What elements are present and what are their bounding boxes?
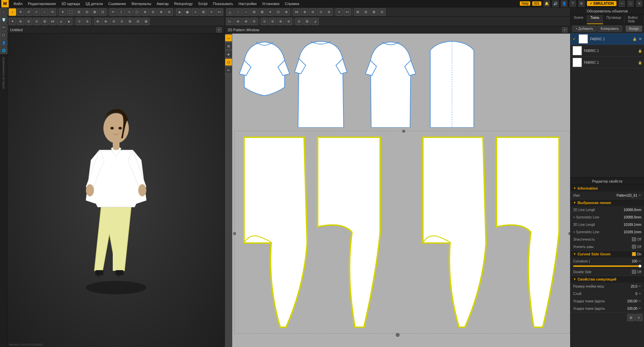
tool-rotate3d[interactable]: ↺ (25, 8, 32, 16)
tool-r15[interactable]: ⊞ (126, 18, 134, 25)
tool-11[interactable]: ⊠ (91, 8, 98, 16)
tool-7[interactable]: ✦ (59, 8, 66, 16)
curved-checkbox[interactable] (632, 252, 636, 256)
tool-2d-r10[interactable]: ⊞ (303, 18, 311, 25)
tool-r10[interactable]: ⊚ (84, 18, 91, 25)
tool-r9[interactable]: ⊙ (76, 18, 83, 25)
tool-16[interactable]: ⬡ (134, 8, 141, 16)
tool-r1[interactable]: ✦ (9, 18, 16, 25)
tool-2d-13[interactable]: ⊚ (325, 8, 333, 16)
sidebar-tool-6[interactable]: 🌐 (0, 47, 7, 54)
props-section-curved-header[interactable]: ▼ Curved Side Geom On (571, 251, 644, 257)
simulation-button[interactable]: ✓ SIMULATION (587, 1, 616, 6)
tool-2d-4[interactable]: ⊞ (250, 8, 258, 16)
props-section-information-header[interactable]: ▼ Information (571, 185, 644, 192)
view-3d-expand[interactable]: ⤢ (216, 27, 222, 33)
tool-r14[interactable]: ⊝ (118, 18, 126, 25)
menu-edit[interactable]: Редактирование (25, 0, 59, 7)
tool-2d-panel-1[interactable]: ↔ (225, 34, 232, 42)
tool-12[interactable]: ⊡ (99, 8, 106, 16)
reinforce-toggle[interactable]: Off (632, 245, 641, 249)
tool-2d-12[interactable]: ⊙ (317, 8, 325, 16)
menu-show[interactable]: Показывать (210, 0, 236, 7)
view-2d-expand[interactable]: ⤢ (562, 27, 567, 33)
pattern-piece-back2[interactable] (427, 40, 477, 128)
pattern-piece-pant-lb[interactable] (313, 135, 385, 330)
tool-2d-r2[interactable]: ⊕ (234, 18, 242, 25)
tool-r17[interactable]: ⊠ (142, 18, 150, 25)
view-list-icon[interactable]: ≡ (635, 314, 643, 321)
tool-2d-15[interactable]: ⊷ (344, 8, 351, 16)
elasticity-toggle[interactable]: Off (632, 237, 641, 241)
layer-edit[interactable]: ✏ (639, 292, 641, 295)
tool-2d-14[interactable]: ≡ (336, 8, 343, 16)
pattern-piece-pant-lf[interactable] (238, 135, 310, 330)
tool-2d-r5[interactable]: ⊙ (261, 18, 268, 25)
tool-2d-8[interactable]: ⊕ (283, 8, 290, 16)
tool-2d-r6[interactable]: ⊚ (269, 18, 276, 25)
menu-materials[interactable]: Материалы (129, 0, 154, 7)
pattern-piece-back-top[interactable] (294, 40, 348, 128)
props-section-simulation-header[interactable]: ▼ Свойства симуляций (571, 276, 644, 283)
tool-2d-9[interactable]: ⋈ (293, 8, 300, 16)
tool-r8[interactable]: ∎ (65, 18, 72, 25)
shrinkage-1-edit[interactable]: ✏ (639, 299, 641, 303)
menu-retopology[interactable]: Retopology (171, 0, 196, 7)
tool-2d-r7[interactable]: ⊛ (277, 18, 284, 25)
sound-icon[interactable]: 🔊 (552, 0, 559, 7)
fabric-item-2[interactable]: FABRIC 1 🔒 (571, 57, 644, 68)
tool-2d-3[interactable]: ↔ (242, 8, 250, 16)
menu-sewing[interactable]: Сшивание (106, 0, 129, 7)
shrinkage-2-edit[interactable]: ✏ (639, 307, 641, 310)
tool-13[interactable]: ✏ (109, 8, 117, 16)
tool-r6[interactable]: ⋈ (49, 18, 56, 25)
curved-toggle[interactable]: On (632, 252, 641, 256)
tool-5[interactable]: ↔ (41, 8, 48, 16)
tool-2d-5[interactable]: ⊠ (258, 8, 266, 16)
tool-select[interactable]: ↓ (9, 8, 16, 16)
notification-icon[interactable]: 🔔 (543, 0, 550, 7)
menu-2d-details[interactable]: 2Д детали (83, 0, 105, 7)
sidebar-tool-4[interactable]: ⬡ (0, 31, 7, 39)
pattern-piece-pant-rf[interactable] (417, 135, 489, 330)
tool-2d-2[interactable]: ↕ (234, 8, 242, 16)
tool-r5[interactable]: ⊞ (41, 18, 48, 25)
props-section-selected-line-header[interactable]: ▼ Выбранная линия (571, 199, 644, 206)
tool-2d-panel-3[interactable]: ◈ (225, 50, 232, 58)
tool-20[interactable]: ⊘ (165, 8, 173, 16)
tool-r11[interactable]: ⊕ (94, 18, 101, 25)
tool-15[interactable]: ∿ (126, 8, 133, 16)
tool-21[interactable]: ◈ (176, 8, 183, 16)
view-3d-content[interactable]: Version: 6.0.479 (r32956) (7, 34, 225, 347)
sidebar-tool-2[interactable]: 👕 (0, 16, 7, 23)
curvature-edit[interactable]: ✏ (639, 259, 641, 263)
app-logo[interactable]: M (1, 0, 9, 7)
fabric-item-1[interactable]: FABRIC 1 🔒 (571, 45, 644, 57)
tool-2d-r11[interactable]: ⊿ (311, 18, 319, 25)
tab-scene[interactable]: Scene (571, 15, 587, 24)
tool-2d-r1[interactable]: ▷ (226, 18, 234, 25)
view-grid-icon[interactable]: ⊞ (627, 314, 635, 321)
tab-fabric[interactable]: Ткань (587, 15, 603, 24)
tool-24[interactable]: ⊞ (200, 8, 207, 16)
tool-2d-10[interactable]: ⊗ (301, 8, 308, 16)
tool-r4[interactable]: ⊝ (33, 18, 40, 25)
menu-help[interactable]: Справка (282, 0, 302, 7)
copy-fabric-button[interactable]: Копировать (598, 26, 622, 32)
user-icon[interactable]: 👤 (561, 0, 567, 7)
tab-buttonhole[interactable]: Button Hole (625, 15, 644, 24)
tab-button[interactable]: Пуговица (603, 15, 625, 24)
menu-settings[interactable]: Настройки (236, 0, 259, 7)
sidebar-tool-5[interactable]: 👤 (0, 39, 7, 46)
gear-icon[interactable]: ⚙ (578, 0, 585, 7)
tool-2d-11[interactable]: ⊘ (309, 8, 316, 16)
elasticity-checkbox[interactable] (632, 237, 636, 241)
resize-handle-left[interactable] (233, 232, 236, 235)
pattern-area[interactable]: ↔ ⊞ ◈ ⬡ ✏ (225, 34, 570, 347)
tool-10[interactable]: ⊟ (83, 8, 91, 16)
fabric-item-0[interactable]: ✓ FABRIC 1 🔒 👁 (571, 33, 644, 45)
tool-r13[interactable]: ⊘ (110, 18, 117, 25)
prop-name-edit[interactable]: ✏ (639, 194, 641, 197)
tool-2d-r9[interactable]: ⊝ (295, 18, 303, 25)
tool-2d-17[interactable]: ⊟ (362, 8, 369, 16)
